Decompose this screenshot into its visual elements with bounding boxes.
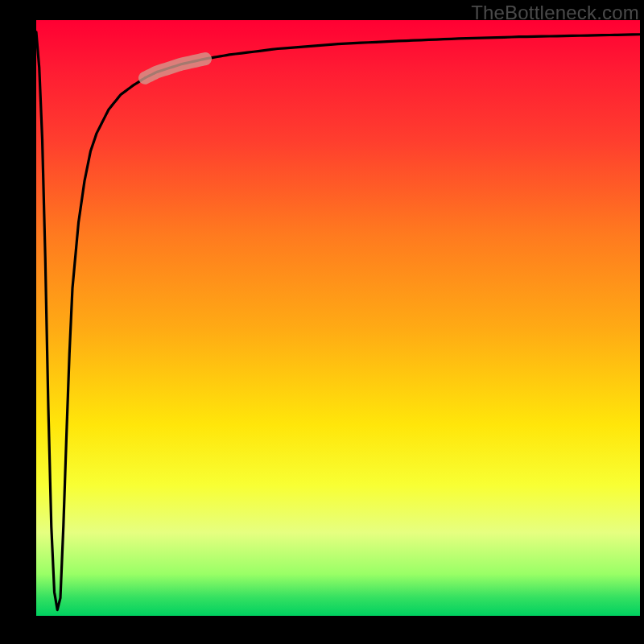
curve-highlight bbox=[145, 59, 205, 78]
bottleneck-curve bbox=[36, 32, 640, 610]
watermark-text: TheBottleneck.com bbox=[471, 2, 639, 24]
plot-area bbox=[36, 20, 640, 616]
curve-layer bbox=[36, 20, 640, 616]
chart-frame: TheBottleneck.com bbox=[0, 0, 644, 644]
